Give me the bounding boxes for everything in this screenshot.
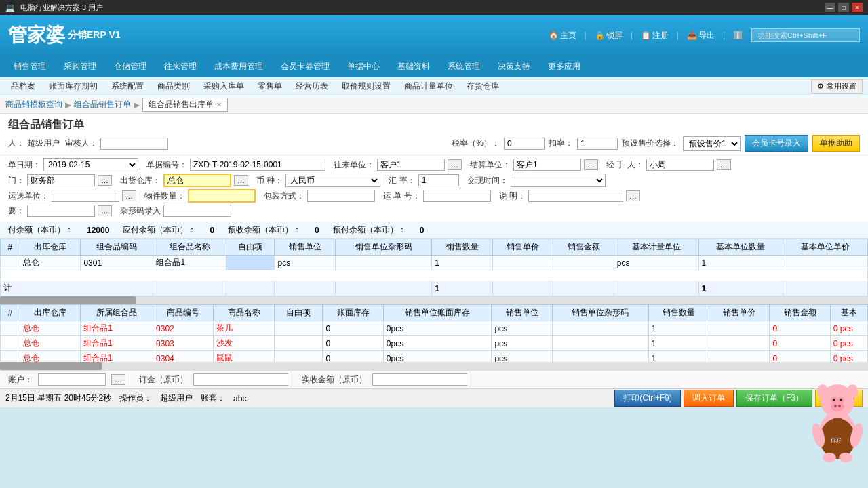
bottom-table-head: # 出库仓库 所属组合品 商品编号 商品名称 自由项 账面库存 销售单位账面库存…: [1, 305, 868, 321]
nav-system[interactable]: 系统管理: [439, 58, 488, 75]
trade-time-select[interactable]: [511, 174, 606, 187]
nav-purchase[interactable]: 采购管理: [56, 58, 104, 75]
to-unit-ellipsis[interactable]: …: [448, 159, 462, 170]
shipping-input[interactable]: [52, 190, 119, 202]
window-controls[interactable]: — □ ×: [825, 3, 863, 12]
cell-base-unit: pcs: [614, 256, 698, 270]
settings-button[interactable]: ⚙ 常用设置: [811, 79, 863, 94]
main-table-scroll-thumb[interactable]: [0, 296, 136, 304]
currency-select[interactable]: 人民币: [285, 174, 380, 187]
bottom-table-scrollbar[interactable]: [0, 362, 868, 370]
toolbar-archive[interactable]: 品档案: [5, 79, 41, 94]
bot-col-combo: 所属组合品: [81, 305, 153, 321]
toolbar-retail[interactable]: 零售单: [252, 79, 288, 94]
bottom-table-scroll-thumb[interactable]: [0, 362, 102, 370]
order-val-input[interactable]: [193, 373, 288, 386]
bot-stock2: 0: [323, 336, 383, 351]
note-ellipsis[interactable]: …: [626, 190, 640, 201]
tax-rate-input[interactable]: [504, 138, 545, 150]
close-btn[interactable]: ×: [852, 3, 863, 12]
items-count-input[interactable]: [188, 189, 256, 203]
member-card-btn[interactable]: 会员卡号录入: [745, 135, 808, 152]
nav-warehouse[interactable]: 仓储管理: [106, 58, 155, 75]
nav-sales[interactable]: 销售管理: [5, 58, 54, 75]
summary-qty: 1: [432, 281, 493, 296]
nav-cost[interactable]: 成本费用管理: [206, 58, 271, 75]
bot-stock: 0: [323, 321, 383, 336]
account-ellipsis[interactable]: …: [111, 374, 125, 385]
reviewer-label: 审核人：: [65, 138, 98, 149]
toolbar-ledger[interactable]: 账面库存期初: [43, 79, 103, 94]
pre-collect-label: 预收余额（本币）：: [228, 224, 301, 236]
breadcrumb-combo-order[interactable]: 组合品销售订单: [74, 99, 131, 110]
barcode-input[interactable]: [163, 205, 231, 217]
breadcrumb: 商品销模板查询 ▶ 组合品销售订单 ▶ 组合品销售出库单 ✕: [0, 96, 868, 114]
exchange-input[interactable]: [418, 174, 459, 186]
reviewer-input[interactable]: [100, 138, 168, 150]
warehouse-input[interactable]: [163, 174, 231, 187]
function-search-input[interactable]: [751, 28, 860, 42]
help-map-btn[interactable]: 功能导图: [815, 390, 863, 407]
register-link[interactable]: 📋 注册: [641, 30, 669, 41]
toolbar-inventory[interactable]: 存货仓库: [461, 79, 505, 94]
must-ellipsis[interactable]: …: [98, 205, 112, 216]
minimize-btn[interactable]: —: [825, 3, 835, 12]
nav-transactions[interactable]: 往来管理: [156, 58, 205, 75]
must-input[interactable]: [27, 205, 95, 217]
handler-ellipsis[interactable]: …: [717, 159, 731, 170]
breadcrumb-close[interactable]: ✕: [216, 101, 222, 108]
toolbar-price-rule[interactable]: 取价规则设置: [336, 79, 396, 94]
toolbar-category[interactable]: 商品类别: [152, 79, 195, 94]
waybill-input[interactable]: [423, 190, 491, 202]
person-label: 人：: [8, 138, 24, 149]
handler-input[interactable]: [646, 159, 714, 171]
discount-input[interactable]: [577, 138, 618, 150]
actual-val-input[interactable]: [372, 373, 467, 386]
toolbar-history[interactable]: 经营历表: [290, 79, 334, 94]
main-table-foot: 计 1 1: [1, 281, 868, 296]
warehouse-ellipsis[interactable]: …: [234, 175, 248, 186]
account-input[interactable]: [38, 373, 106, 386]
date-input[interactable]: 2019-02-15: [43, 158, 138, 171]
settle-unit-input[interactable]: [513, 159, 581, 171]
bot-col-base: 基本: [830, 305, 867, 321]
footer-account: abc: [233, 394, 246, 403]
cell-free[interactable]: [226, 256, 275, 270]
dept-input[interactable]: [27, 174, 95, 186]
bot-name2: 沙发: [214, 336, 274, 351]
footer-bar: 2月15日 星期五 20时45分2秒 操作员： 超级用户 账套： abc 打印(…: [0, 388, 868, 407]
help-btn[interactable]: 单据助助: [812, 135, 860, 152]
nav-basics[interactable]: 基础资料: [389, 58, 438, 75]
info-link[interactable]: ℹ️: [733, 30, 743, 40]
lock-link[interactable]: 🔒 锁屏: [595, 30, 623, 41]
packaging-input[interactable]: [307, 190, 375, 202]
toolbar-purchase-in[interactable]: 采购入库单: [198, 79, 250, 94]
maximize-btn[interactable]: □: [838, 3, 849, 12]
main-table-scrollbar[interactable]: [0, 296, 868, 304]
bot-col-name: 商品名称: [214, 305, 274, 321]
save-btn[interactable]: 保存订单（F3）: [736, 390, 812, 407]
to-unit-input[interactable]: [377, 159, 445, 171]
note-input[interactable]: [528, 190, 623, 202]
preset-price-select[interactable]: 预设售价1: [683, 136, 741, 151]
dept-ellipsis[interactable]: …: [98, 175, 112, 186]
bill-no-input[interactable]: [190, 159, 326, 171]
import-btn[interactable]: 调入订单: [684, 390, 734, 407]
bottom-table-container: # 出库仓库 所属组合品 商品编号 商品名称 自由项 账面库存 销售单位账面库存…: [0, 304, 868, 362]
toolbar-measure[interactable]: 商品计量单位: [399, 79, 458, 94]
settle-unit-ellipsis[interactable]: …: [584, 159, 598, 170]
home-link[interactable]: 🏠 主页: [549, 30, 576, 41]
nav-member[interactable]: 会员卡券管理: [273, 58, 338, 75]
nav-bills[interactable]: 单据中心: [339, 58, 388, 75]
toolbar-config[interactable]: 系统配置: [106, 79, 149, 94]
bottom-table: # 出库仓库 所属组合品 商品编号 商品名称 自由项 账面库存 销售单位账面库存…: [0, 304, 868, 362]
print-btn[interactable]: 打印(Ctrl+F9): [614, 390, 681, 407]
nav-decision[interactable]: 决策支持: [490, 58, 538, 75]
form-row-1: 单日期： 2019-02-15 单据编号： 往来单位： … 结算单位： … 经 …: [8, 158, 860, 171]
nav-more[interactable]: 更多应用: [540, 58, 589, 75]
bot-col-code: 商品编号: [153, 305, 214, 321]
export-link[interactable]: 📤 导出: [687, 30, 715, 41]
breadcrumb-template[interactable]: 商品销模板查询: [5, 99, 62, 110]
shipping-ellipsis[interactable]: …: [122, 190, 136, 201]
svg-text:你好: 你好: [831, 437, 842, 443]
